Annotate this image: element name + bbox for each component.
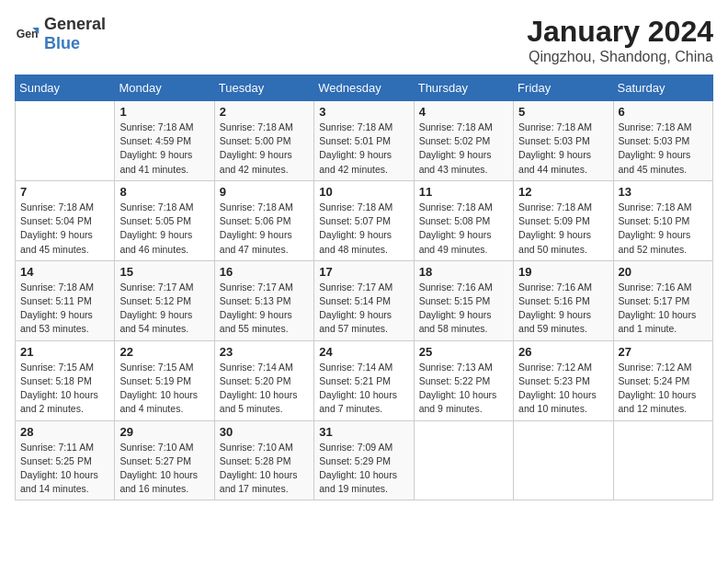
calendar-cell: 26Sunrise: 7:12 AM Sunset: 5:23 PM Dayli…: [514, 340, 613, 420]
calendar-cell: 27Sunrise: 7:12 AM Sunset: 5:24 PM Dayli…: [613, 340, 712, 420]
day-info: Sunrise: 7:12 AM Sunset: 5:24 PM Dayligh…: [619, 361, 708, 417]
day-info: Sunrise: 7:15 AM Sunset: 5:19 PM Dayligh…: [119, 361, 209, 417]
day-number: 1: [119, 105, 209, 119]
day-number: 3: [319, 105, 408, 119]
header-day: Friday: [514, 75, 613, 101]
calendar-cell: [613, 420, 712, 500]
day-number: 8: [119, 185, 209, 199]
day-number: 31: [319, 425, 408, 439]
calendar-cell: 14Sunrise: 7:18 AM Sunset: 5:11 PM Dayli…: [16, 260, 115, 340]
day-number: 5: [518, 105, 608, 119]
day-number: 14: [20, 265, 109, 279]
day-info: Sunrise: 7:14 AM Sunset: 5:21 PM Dayligh…: [319, 361, 408, 417]
calendar-header-row: SundayMondayTuesdayWednesdayThursdayFrid…: [16, 75, 713, 101]
day-info: Sunrise: 7:16 AM Sunset: 5:17 PM Dayligh…: [619, 281, 708, 337]
calendar-cell: 7Sunrise: 7:18 AM Sunset: 5:04 PM Daylig…: [16, 180, 115, 260]
page-title: January 2024: [527, 15, 713, 49]
calendar-cell: 16Sunrise: 7:17 AM Sunset: 5:13 PM Dayli…: [214, 260, 313, 340]
day-number: 15: [119, 265, 209, 279]
day-number: 24: [319, 345, 408, 359]
calendar-cell: 23Sunrise: 7:14 AM Sunset: 5:20 PM Dayli…: [214, 340, 313, 420]
day-number: 4: [419, 105, 508, 119]
calendar-cell: 10Sunrise: 7:18 AM Sunset: 5:07 PM Dayli…: [314, 180, 414, 260]
day-number: 18: [419, 265, 508, 279]
day-number: 26: [518, 345, 608, 359]
day-number: 29: [119, 425, 209, 439]
page-header: Gen General Blue January 2024 Qingzhou, …: [15, 15, 713, 65]
header-day: Saturday: [613, 75, 712, 101]
calendar-body: 1Sunrise: 7:18 AM Sunset: 4:59 PM Daylig…: [16, 101, 713, 500]
calendar-cell: 31Sunrise: 7:09 AM Sunset: 5:29 PM Dayli…: [314, 420, 414, 500]
day-info: Sunrise: 7:17 AM Sunset: 5:14 PM Dayligh…: [319, 281, 408, 337]
day-number: 23: [220, 345, 309, 359]
day-info: Sunrise: 7:18 AM Sunset: 5:11 PM Dayligh…: [20, 281, 109, 337]
day-info: Sunrise: 7:18 AM Sunset: 5:00 PM Dayligh…: [220, 121, 309, 177]
header-day: Thursday: [414, 75, 513, 101]
calendar-cell: 28Sunrise: 7:11 AM Sunset: 5:25 PM Dayli…: [16, 420, 115, 500]
day-number: 12: [518, 185, 608, 199]
day-info: Sunrise: 7:12 AM Sunset: 5:23 PM Dayligh…: [518, 361, 608, 417]
header-day: Wednesday: [314, 75, 414, 101]
calendar-cell: 2Sunrise: 7:18 AM Sunset: 5:00 PM Daylig…: [214, 101, 313, 181]
calendar-cell: 17Sunrise: 7:17 AM Sunset: 5:14 PM Dayli…: [314, 260, 414, 340]
calendar-week-row: 7Sunrise: 7:18 AM Sunset: 5:04 PM Daylig…: [16, 180, 713, 260]
calendar-week-row: 14Sunrise: 7:18 AM Sunset: 5:11 PM Dayli…: [16, 260, 713, 340]
calendar-cell: 11Sunrise: 7:18 AM Sunset: 5:08 PM Dayli…: [414, 180, 513, 260]
header-day: Monday: [115, 75, 214, 101]
day-info: Sunrise: 7:18 AM Sunset: 5:06 PM Dayligh…: [220, 201, 309, 257]
day-info: Sunrise: 7:10 AM Sunset: 5:28 PM Dayligh…: [220, 441, 309, 497]
logo-icon: Gen: [15, 21, 40, 47]
day-info: Sunrise: 7:10 AM Sunset: 5:27 PM Dayligh…: [119, 441, 209, 497]
day-info: Sunrise: 7:14 AM Sunset: 5:20 PM Dayligh…: [220, 361, 309, 417]
logo-blue: Blue: [44, 34, 80, 52]
calendar-cell: 21Sunrise: 7:15 AM Sunset: 5:18 PM Dayli…: [16, 340, 115, 420]
day-info: Sunrise: 7:18 AM Sunset: 5:04 PM Dayligh…: [20, 201, 109, 257]
day-info: Sunrise: 7:18 AM Sunset: 5:03 PM Dayligh…: [518, 121, 608, 177]
day-info: Sunrise: 7:18 AM Sunset: 5:01 PM Dayligh…: [319, 121, 408, 177]
day-info: Sunrise: 7:18 AM Sunset: 5:07 PM Dayligh…: [319, 201, 408, 257]
day-number: 9: [220, 185, 309, 199]
day-number: 7: [20, 185, 109, 199]
title-block: January 2024 Qingzhou, Shandong, China: [527, 15, 713, 65]
calendar-week-row: 28Sunrise: 7:11 AM Sunset: 5:25 PM Dayli…: [16, 420, 713, 500]
day-info: Sunrise: 7:18 AM Sunset: 5:10 PM Dayligh…: [619, 201, 708, 257]
calendar-cell: 6Sunrise: 7:18 AM Sunset: 5:03 PM Daylig…: [613, 101, 712, 181]
calendar-cell: [16, 101, 115, 181]
calendar-cell: 12Sunrise: 7:18 AM Sunset: 5:09 PM Dayli…: [514, 180, 613, 260]
day-info: Sunrise: 7:09 AM Sunset: 5:29 PM Dayligh…: [319, 441, 408, 497]
day-number: 13: [619, 185, 708, 199]
calendar-cell: 18Sunrise: 7:16 AM Sunset: 5:15 PM Dayli…: [414, 260, 513, 340]
day-number: 21: [20, 345, 109, 359]
day-number: 11: [419, 185, 508, 199]
day-number: 10: [319, 185, 408, 199]
calendar-cell: 29Sunrise: 7:10 AM Sunset: 5:27 PM Dayli…: [115, 420, 214, 500]
day-number: 27: [619, 345, 708, 359]
day-number: 6: [619, 105, 708, 119]
day-info: Sunrise: 7:18 AM Sunset: 5:03 PM Dayligh…: [619, 121, 708, 177]
calendar-cell: 15Sunrise: 7:17 AM Sunset: 5:12 PM Dayli…: [115, 260, 214, 340]
day-info: Sunrise: 7:17 AM Sunset: 5:12 PM Dayligh…: [119, 281, 209, 337]
day-number: 30: [220, 425, 309, 439]
header-day: Sunday: [16, 75, 115, 101]
calendar-cell: 3Sunrise: 7:18 AM Sunset: 5:01 PM Daylig…: [314, 101, 414, 181]
calendar-table: SundayMondayTuesdayWednesdayThursdayFrid…: [15, 75, 713, 500]
day-info: Sunrise: 7:18 AM Sunset: 5:08 PM Dayligh…: [419, 201, 508, 257]
calendar-cell: 19Sunrise: 7:16 AM Sunset: 5:16 PM Dayli…: [514, 260, 613, 340]
day-info: Sunrise: 7:17 AM Sunset: 5:13 PM Dayligh…: [220, 281, 309, 337]
day-info: Sunrise: 7:15 AM Sunset: 5:18 PM Dayligh…: [20, 361, 109, 417]
calendar-cell: 20Sunrise: 7:16 AM Sunset: 5:17 PM Dayli…: [613, 260, 712, 340]
day-number: 16: [220, 265, 309, 279]
day-number: 17: [319, 265, 408, 279]
calendar-cell: 8Sunrise: 7:18 AM Sunset: 5:05 PM Daylig…: [115, 180, 214, 260]
day-info: Sunrise: 7:11 AM Sunset: 5:25 PM Dayligh…: [20, 441, 109, 497]
page-subtitle: Qingzhou, Shandong, China: [527, 49, 713, 65]
calendar-cell: 25Sunrise: 7:13 AM Sunset: 5:22 PM Dayli…: [414, 340, 513, 420]
calendar-cell: 22Sunrise: 7:15 AM Sunset: 5:19 PM Dayli…: [115, 340, 214, 420]
day-number: 19: [518, 265, 608, 279]
calendar-cell: 13Sunrise: 7:18 AM Sunset: 5:10 PM Dayli…: [613, 180, 712, 260]
calendar-cell: 9Sunrise: 7:18 AM Sunset: 5:06 PM Daylig…: [214, 180, 313, 260]
calendar-cell: 5Sunrise: 7:18 AM Sunset: 5:03 PM Daylig…: [514, 101, 613, 181]
calendar-cell: [514, 420, 613, 500]
calendar-week-row: 1Sunrise: 7:18 AM Sunset: 4:59 PM Daylig…: [16, 101, 713, 181]
header-day: Tuesday: [214, 75, 313, 101]
